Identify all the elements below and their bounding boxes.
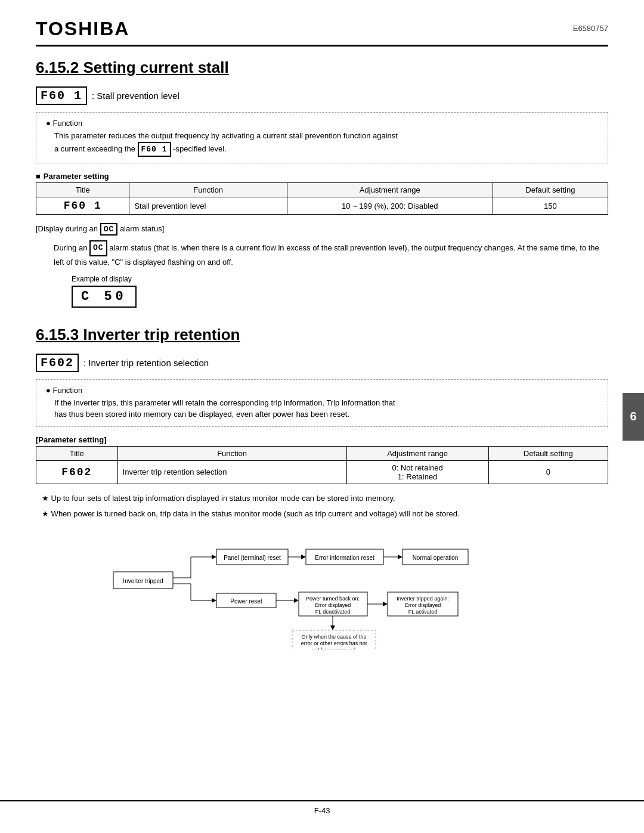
- row1-title: F60 1: [36, 197, 129, 215]
- svg-marker-19: [212, 598, 216, 603]
- param-table-1: Title Function Adjustment range Default …: [36, 182, 608, 215]
- col-title-1: Title: [36, 183, 129, 197]
- col-function-1: Function: [129, 183, 287, 197]
- svg-marker-23: [294, 598, 299, 603]
- oc-code: OC: [100, 223, 118, 236]
- svg-text:Error displayed: Error displayed: [405, 602, 441, 608]
- flow-diagram: Inverter tripped Panel (terminal) reset …: [36, 530, 608, 649]
- function-text-1: This parameter reduces the output freque…: [54, 130, 598, 157]
- section-615-2-subtitle: : Stall prevention level: [92, 91, 179, 101]
- function-bullet-1: ● Function: [46, 119, 598, 128]
- code-f602: F602: [36, 354, 79, 372]
- row1-default: 150: [493, 197, 608, 215]
- col-default-2: Default setting: [488, 446, 608, 460]
- function-text-2a: If the inverter trips, this parameter wi…: [54, 397, 598, 409]
- svg-text:Error displayed: Error displayed: [315, 602, 351, 608]
- star-note-2: ★ When power is turned back on, trip dat…: [42, 508, 608, 521]
- logo: TOSHIBA: [36, 18, 129, 40]
- section-615-2-subtitle-row: F60 1 : Stall prevention level: [36, 86, 608, 105]
- footer: F-43: [0, 800, 644, 815]
- star-note-1: ★ Up to four sets of latest trip informa…: [42, 493, 608, 505]
- star-notes: ★ Up to four sets of latest trip informa…: [36, 493, 608, 521]
- svg-text:FL deactivated: FL deactivated: [315, 609, 351, 615]
- function-text-2b: has thus been stored into memory can be …: [54, 408, 598, 420]
- row2-function: Inverter trip retention selection: [117, 460, 346, 484]
- section-615-3-title: 6.15.3 Inverter trip retention: [36, 326, 608, 344]
- alarm-desc: During an OC alarm status (that is, when…: [54, 240, 608, 269]
- table-row: F602 Inverter trip retention selection 0…: [36, 460, 608, 484]
- svg-text:Error information reset: Error information reset: [315, 555, 374, 561]
- svg-text:Inverter tripped again:: Inverter tripped again:: [397, 596, 449, 602]
- page-number: F-43: [314, 806, 330, 815]
- oc-code-inline: OC: [89, 240, 107, 256]
- example-label: Example of display: [72, 275, 608, 283]
- f601-inline: F60 1: [138, 142, 171, 157]
- doc-number: E6580757: [573, 18, 608, 33]
- svg-text:yet been removed: yet been removed: [312, 647, 355, 649]
- svg-text:Normal operation: Normal operation: [413, 555, 459, 561]
- col-title-2: Title: [36, 446, 118, 460]
- section-615-3-subtitle: : Inverter trip retention selection: [83, 358, 209, 368]
- section-615-3-subtitle-row: F602 : Inverter trip retention selection: [36, 354, 608, 372]
- row1-range: 10 ~ 199 (%), 200: Disabled: [287, 197, 493, 215]
- row2-default: 0: [488, 460, 608, 484]
- header: TOSHIBA E6580757: [36, 18, 608, 47]
- svg-text:Only when the cause of the: Only when the cause of the: [301, 634, 366, 640]
- alarm-note: [Display during an OC alarm status]: [36, 223, 608, 236]
- svg-text:Power turned back on:: Power turned back on:: [306, 596, 360, 602]
- svg-text:Panel (terminal) reset: Panel (terminal) reset: [224, 555, 281, 561]
- row2-title: F602: [36, 460, 118, 484]
- function-bullet-2: ● Function: [46, 386, 598, 395]
- svg-text:Inverter tripped: Inverter tripped: [123, 578, 163, 584]
- function-box-615-2: ● Function This parameter reduces the ou…: [36, 112, 608, 163]
- svg-marker-9: [301, 555, 306, 559]
- section-615-2: 6.15.2 Setting current stall F60 1 : Sta…: [36, 58, 608, 320]
- col-range-2: Adjustment range: [346, 446, 488, 460]
- svg-marker-5: [212, 555, 216, 559]
- svg-marker-35: [330, 625, 335, 630]
- svg-text:FL activated: FL activated: [408, 609, 438, 615]
- section-615-3: 6.15.3 Inverter trip retention F602 : In…: [36, 326, 608, 650]
- col-function-2: Function: [117, 446, 346, 460]
- param-label-1: Parameter setting: [36, 172, 608, 181]
- svg-text:Power reset: Power reset: [230, 598, 262, 605]
- svg-marker-29: [383, 602, 388, 606]
- param-table-2: Title Function Adjustment range Default …: [36, 446, 608, 484]
- param-label-2: [Parameter setting]: [36, 435, 608, 444]
- section-615-2-title: 6.15.2 Setting current stall: [36, 58, 608, 77]
- svg-marker-13: [398, 555, 402, 559]
- col-default-1: Default setting: [493, 183, 608, 197]
- page: TOSHIBA E6580757 6 6.15.2 Setting curren…: [0, 0, 644, 833]
- svg-text:error or other errors has not: error or other errors has not: [301, 640, 367, 646]
- col-range-1: Adjustment range: [287, 183, 493, 197]
- function-box-615-3: ● Function If the inverter trips, this p…: [36, 379, 608, 427]
- display-example: C 50: [72, 286, 137, 308]
- row2-range: 0: Not retained 1: Retained: [346, 460, 488, 484]
- table-row: F60 1 Stall prevention level 10 ~ 199 (%…: [36, 197, 608, 215]
- section-tab: 6: [623, 393, 644, 441]
- row1-function: Stall prevention level: [129, 197, 287, 215]
- code-f601: F60 1: [36, 86, 87, 105]
